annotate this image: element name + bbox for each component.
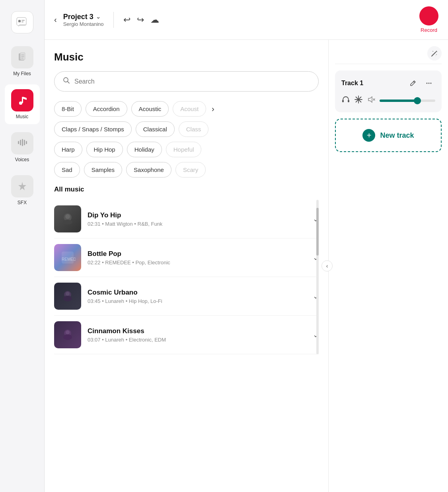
track-info-cosmic-urbano: Cosmic Urbano 03:45 • Lunareh • Hip Hop,… — [88, 289, 306, 304]
track-item-dip-yo-hip[interactable]: Dip Yo Hip 02:31 • Matt Wigton • R&B, Fu… — [54, 200, 319, 238]
sidebar-item-myfiles[interactable]: My Files — [5, 41, 40, 81]
logo-icon — [11, 11, 33, 33]
svg-point-28 — [63, 334, 72, 340]
tag-sad[interactable]: Sad — [54, 162, 80, 178]
undo-icon[interactable]: ↩ — [123, 15, 131, 25]
track-name-cosmic-urbano: Cosmic Urbano — [88, 289, 306, 297]
magic-wand-button[interactable] — [427, 46, 442, 61]
tag-harp[interactable]: Harp — [54, 142, 82, 157]
track-meta-dip-yo-hip: 02:31 • Matt Wigton • R&B, Funk — [88, 221, 306, 227]
tag-class2[interactable]: Class — [179, 121, 209, 137]
sidebar-item-logo[interactable] — [5, 6, 40, 38]
track-meta-cinnamon-kisses: 03:07 • Lunareh • Electronic, EDM — [88, 337, 306, 343]
body-split: Music 8-Bit Accordion Acoustic Acoust › — [45, 40, 448, 492]
volume-fill — [380, 100, 419, 102]
redo-icon[interactable]: ↪ — [137, 15, 144, 25]
svg-point-29 — [66, 330, 70, 334]
back-button[interactable]: ‹ — [54, 15, 57, 24]
svg-point-32 — [436, 54, 437, 55]
sidebar: My Files Music Voices — [0, 0, 45, 492]
svg-point-33 — [432, 54, 432, 55]
project-owner: Sergio Montanino — [63, 21, 104, 27]
track-thumb-cosmic-urbano — [54, 283, 81, 310]
new-track-button[interactable]: + New track — [335, 119, 442, 152]
sidebar-myfiles-label: My Files — [13, 71, 31, 76]
svg-point-20 — [63, 220, 72, 225]
tag-hiphop[interactable]: Hip Hop — [86, 142, 123, 157]
svg-point-36 — [427, 83, 428, 84]
voices-icon — [11, 132, 33, 154]
track-meta-cosmic-urbano: 03:45 • Lunareh • Hip Hop, Lo-Fi — [88, 298, 306, 304]
volume-knob[interactable] — [414, 97, 421, 104]
record-button[interactable]: Record — [419, 6, 438, 33]
volume-mute-icon[interactable] — [367, 95, 376, 106]
tag-acoustic2[interactable]: Acoust — [173, 101, 206, 117]
sidebar-item-sfx[interactable]: SFX — [5, 170, 40, 210]
tags-chevron-right[interactable]: › — [212, 104, 214, 113]
sidebar-item-voices[interactable]: Voices — [5, 127, 40, 167]
tag-samples[interactable]: Samples — [84, 162, 122, 178]
more-options-icon[interactable] — [423, 77, 435, 90]
search-input[interactable] — [74, 78, 310, 85]
track-card-icons — [407, 77, 435, 90]
svg-rect-5 — [20, 53, 25, 60]
track-thumb-cinnamon-kisses — [54, 321, 81, 348]
sidebar-item-music[interactable]: Music — [5, 84, 40, 124]
project-info: Project 3 ⌄ Sergio Montanino — [63, 13, 104, 27]
track-name-bottle-pop: Bottle Pop — [88, 250, 306, 258]
svg-rect-3 — [21, 21, 23, 22]
edit-icon[interactable] — [407, 77, 419, 90]
snowflake-icon[interactable] — [354, 95, 363, 106]
track-thumb-dip-yo-hip — [54, 205, 81, 232]
headphones-icon[interactable] — [341, 95, 350, 106]
tag-claps[interactable]: Claps / Snaps / Stomps — [54, 121, 132, 137]
chevron-down-icon[interactable]: ⌄ — [96, 14, 101, 20]
track-meta-bottle-pop: 02:22 • REMEDEE • Pop, Electronic — [88, 260, 306, 266]
track-item-bottle-pop[interactable]: REMEDEE Bottle Pop 02:22 • REMEDEE • Pop… — [54, 238, 319, 277]
svg-point-25 — [63, 296, 72, 301]
tags-row-2: Claps / Snaps / Stomps Classical Class — [54, 121, 319, 137]
svg-rect-13 — [20, 140, 21, 145]
tag-saxophone[interactable]: Saxophone — [126, 162, 171, 178]
tag-classical[interactable]: Classical — [136, 121, 175, 137]
page-title: Music — [54, 51, 319, 63]
track-item-cosmic-urbano[interactable]: Cosmic Urbano 03:45 • Lunareh • Hip Hop,… — [54, 277, 319, 316]
tag-holiday[interactable]: Holiday — [127, 142, 162, 157]
svg-rect-11 — [22, 97, 23, 103]
svg-rect-0 — [17, 18, 26, 25]
tags-row-3: Harp Hip Hop Holiday Hopeful — [54, 142, 319, 157]
collapse-panel-button[interactable]: ‹ — [321, 260, 333, 271]
header-divider — [113, 12, 114, 28]
right-panel-wrapper: ‹ — [329, 40, 448, 492]
svg-point-34 — [435, 55, 436, 56]
svg-rect-40 — [348, 100, 349, 102]
scrollbar-thumb[interactable] — [316, 208, 319, 256]
scrollbar-track — [316, 200, 319, 354]
volume-slider[interactable] — [380, 100, 435, 102]
svg-rect-15 — [24, 140, 25, 145]
sidebar-voices-label: Voices — [15, 157, 29, 162]
header-controls: ↩ ↪ ☁ — [123, 15, 159, 25]
svg-point-21 — [65, 214, 70, 219]
tag-8bit[interactable]: 8-Bit — [54, 101, 82, 117]
svg-point-37 — [429, 83, 430, 84]
tag-acoustic[interactable]: Acoustic — [131, 101, 169, 117]
svg-text:REMEDEE: REMEDEE — [62, 257, 76, 262]
svg-line-35 — [413, 82, 415, 83]
search-box[interactable] — [54, 71, 319, 92]
track-item-cinnamon-kisses[interactable]: Cinnamon Kisses 03:07 • Lunareh • Electr… — [54, 316, 319, 354]
svg-rect-2 — [21, 20, 25, 21]
track-controls — [341, 95, 435, 106]
sidebar-music-label: Music — [16, 114, 28, 119]
new-track-label: New track — [380, 131, 414, 140]
music-icon — [11, 89, 33, 111]
svg-rect-1 — [18, 20, 21, 22]
tag-hopeful[interactable]: Hopeful — [166, 142, 202, 157]
tag-scary[interactable]: Scary — [175, 162, 206, 178]
svg-rect-14 — [22, 139, 23, 146]
cloud-icon[interactable]: ☁ — [150, 15, 159, 25]
tags-row-1: 8-Bit Accordion Acoustic Acoust › — [54, 101, 319, 117]
svg-point-31 — [432, 51, 433, 52]
track-1-card: Track 1 — [335, 70, 442, 112]
tag-accordion[interactable]: Accordion — [86, 101, 127, 117]
